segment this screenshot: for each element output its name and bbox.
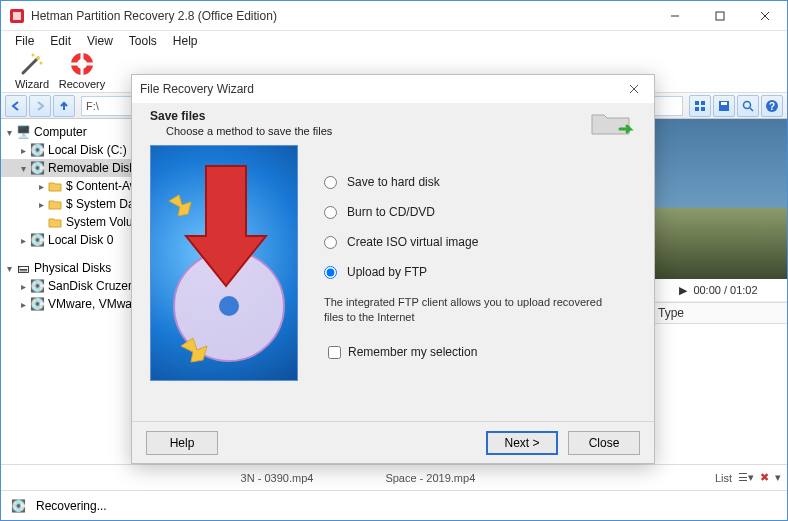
dialog-title: File Recovery Wizard (140, 82, 254, 96)
drive-icon: 💽 (11, 499, 26, 513)
dialog-footer: Help Next > Close (132, 421, 654, 463)
close-button[interactable] (742, 1, 787, 30)
menu-file[interactable]: File (7, 32, 42, 50)
menu-tools[interactable]: Tools (121, 32, 165, 50)
svg-rect-10 (695, 101, 699, 105)
recovery-file-1: 3N - 0390.mp4 (241, 472, 314, 484)
list-toolbar: 3N - 0390.mp4 Space - 2019.mp4 List ☰▾ ✖… (1, 464, 787, 490)
radio-hard-disk[interactable] (324, 176, 337, 189)
svg-point-5 (36, 56, 40, 60)
option-hard-disk[interactable]: Save to hard disk (324, 167, 636, 197)
svg-rect-2 (716, 12, 724, 20)
drive-icon: 💽 (29, 161, 45, 175)
lifebuoy-icon (68, 50, 96, 78)
svg-rect-11 (701, 101, 705, 105)
view-icons-button[interactable] (689, 95, 711, 117)
app-icon (9, 8, 25, 24)
radio-iso[interactable] (324, 236, 337, 249)
drive-icon: 💽 (29, 233, 45, 247)
nav-back-button[interactable] (5, 95, 27, 117)
remember-checkbox[interactable] (328, 346, 341, 359)
dialog-titlebar: File Recovery Wizard (132, 75, 654, 103)
window-title: Hetman Partition Recovery 2.8 (Office Ed… (31, 9, 652, 23)
folder-icon (47, 179, 63, 193)
folder-export-icon (590, 107, 636, 137)
option-description: The integrated FTP client allows you to … (324, 295, 624, 325)
svg-rect-13 (701, 107, 705, 111)
menu-edit[interactable]: Edit (42, 32, 79, 50)
svg-point-24 (219, 296, 239, 316)
svg-text:?: ? (769, 101, 775, 112)
radio-burn-cd[interactable] (324, 206, 337, 219)
preview-pane: ▶ 00:00 / 01:02 Type (649, 119, 787, 464)
help-button[interactable]: Help (146, 431, 218, 455)
view-list-icon[interactable]: ☰▾ (738, 471, 754, 484)
remember-selection[interactable]: Remember my selection (324, 343, 636, 362)
status-bar: 💽 Recovering... (1, 490, 787, 520)
view-mode-label[interactable]: List (715, 472, 732, 484)
wizard-illustration (150, 145, 298, 381)
option-burn-cd[interactable]: Burn to CD/DVD (324, 197, 636, 227)
folder-icon (47, 215, 63, 229)
drive-icon: 💽 (29, 143, 45, 157)
svg-point-6 (40, 62, 43, 65)
close-button[interactable]: Close (568, 431, 640, 455)
save-button[interactable] (713, 95, 735, 117)
wizard-label: Wizard (7, 78, 57, 90)
svg-rect-12 (695, 107, 699, 111)
drive-icon: 💽 (29, 279, 45, 293)
svg-rect-15 (721, 102, 727, 105)
menu-help[interactable]: Help (165, 32, 206, 50)
help-button[interactable]: ? (761, 95, 783, 117)
preview-image (650, 119, 787, 279)
maximize-button[interactable] (697, 1, 742, 30)
dialog-heading: Save files (150, 109, 636, 123)
next-button[interactable]: Next > (486, 431, 558, 455)
wizard-button[interactable]: Wizard (7, 50, 57, 90)
play-icon[interactable]: ▶ (679, 284, 687, 297)
dialog-close-icon[interactable] (622, 79, 646, 99)
recovery-button[interactable]: Recovery (57, 50, 107, 90)
folder-icon (47, 197, 63, 211)
file-recovery-wizard-dialog: File Recovery Wizard Save files Choose a… (131, 74, 655, 464)
delete-icon[interactable]: ✖ (760, 471, 769, 484)
monitor-icon: 🖥️ (15, 125, 31, 139)
drive-icon: 💽 (29, 297, 45, 311)
recovery-label: Recovery (57, 78, 107, 90)
menu-bar: File Edit View Tools Help (1, 31, 787, 51)
svg-point-9 (77, 59, 87, 69)
dialog-subheading: Choose a method to save the files (166, 125, 636, 137)
menu-view[interactable]: View (79, 32, 121, 50)
svg-line-17 (750, 108, 753, 111)
option-iso[interactable]: Create ISO virtual image (324, 227, 636, 257)
window-titlebar: Hetman Partition Recovery 2.8 (Office Ed… (1, 1, 787, 31)
preview-time: 00:00 / 01:02 (693, 284, 757, 296)
option-ftp[interactable]: Upload by FTP (324, 257, 636, 287)
preview-controls: ▶ 00:00 / 01:02 (650, 279, 787, 301)
nav-forward-button[interactable] (29, 95, 51, 117)
recovery-file-2: Space - 2019.mp4 (385, 472, 475, 484)
minimize-button[interactable] (652, 1, 697, 30)
search-button[interactable] (737, 95, 759, 117)
svg-point-7 (32, 54, 35, 57)
radio-ftp[interactable] (324, 266, 337, 279)
disk-icon: 🖴 (15, 261, 31, 275)
nav-up-button[interactable] (53, 95, 75, 117)
svg-point-16 (744, 101, 751, 108)
options-icon[interactable]: ▾ (775, 471, 781, 484)
wand-icon (18, 50, 46, 78)
column-type[interactable]: Type (650, 302, 787, 324)
status-text: Recovering... (36, 499, 107, 513)
save-options: Save to hard disk Burn to CD/DVD Create … (324, 145, 636, 381)
